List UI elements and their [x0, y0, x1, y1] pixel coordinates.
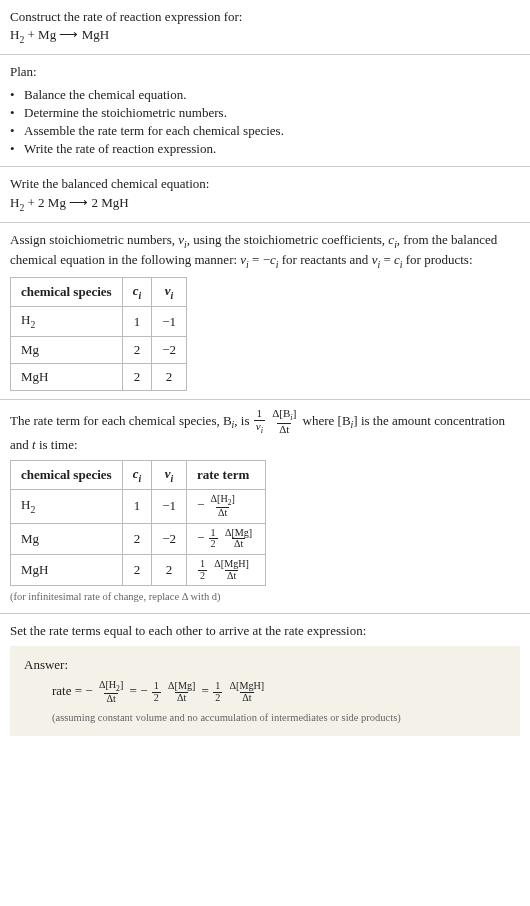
- answer-box: Answer: rate = − Δ[H2]Δt = − 12 Δ[Mg]Δt …: [10, 646, 520, 736]
- table-row: H2 1 −1: [11, 307, 187, 336]
- rate-term-cell: − 12 Δ[Mg]Δt: [186, 523, 265, 554]
- plan-list: •Balance the chemical equation. •Determi…: [10, 86, 520, 159]
- delta-close: ]: [120, 679, 123, 690]
- prompt-title: Construct the rate of reaction expressio…: [10, 8, 520, 26]
- sign: −: [197, 530, 204, 545]
- table-row: Mg 2 −2 − 12 Δ[Mg]Δt: [11, 523, 266, 554]
- rate-term-cell: 12 Δ[MgH]Δt: [186, 554, 265, 585]
- sign: −: [140, 684, 147, 699]
- assign-part: for products:: [402, 252, 472, 267]
- rate-word: rate =: [52, 684, 85, 699]
- rate-intro-part: where [B: [303, 413, 351, 428]
- ci-cell: 2: [122, 554, 152, 585]
- ci-cell: 2: [122, 523, 152, 554]
- i-sub: i: [171, 472, 174, 483]
- frac-num: 1: [213, 681, 222, 692]
- frac-num: 1: [152, 681, 161, 692]
- ci-cell: 1: [122, 490, 152, 524]
- header-section: Construct the rate of reaction expressio…: [0, 0, 530, 54]
- final-heading: Set the rate terms equal to each other t…: [10, 622, 520, 640]
- sign: −: [85, 684, 92, 699]
- col-species: chemical species: [11, 278, 123, 307]
- delta-open: Δ[H: [211, 493, 228, 504]
- frac-num: 1: [209, 528, 218, 539]
- fraction-half: 12: [213, 681, 222, 703]
- assign-part: , using the stoichiometric coefficients,: [187, 232, 389, 247]
- species-cell: MgH: [11, 363, 123, 390]
- rate-intro-text: The rate term for each chemical species,…: [10, 408, 520, 454]
- h2-symbol: H: [10, 195, 19, 210]
- frac-num: Δ[Mg]: [223, 528, 254, 539]
- delta-open: Δ[Mg: [168, 680, 192, 691]
- plan-item-text: Determine the stoichiometric numbers.: [24, 104, 227, 122]
- rate-intro-part: The rate term for each chemical species,…: [10, 413, 232, 428]
- bullet-icon: •: [10, 104, 20, 122]
- table2-footnote: (for infinitesimal rate of change, repla…: [10, 590, 520, 605]
- frac-den: 2: [209, 538, 218, 550]
- plan-title: Plan:: [10, 63, 520, 81]
- plan-item-text: Balance the chemical equation.: [24, 86, 186, 104]
- balanced-rest: + 2 Mg ⟶ 2 MgH: [24, 195, 128, 210]
- species-cell: H2: [11, 490, 123, 524]
- frac-num: Δ[MgH]: [212, 559, 251, 570]
- rate-term-cell: − Δ[H2]Δt: [186, 490, 265, 524]
- delta-close: ]: [261, 680, 264, 691]
- fraction: Δ[Mg]Δt: [223, 528, 254, 550]
- delta-open: Δ[MgH: [214, 558, 245, 569]
- table-row: MgH 2 2: [11, 363, 187, 390]
- fraction: Δ[Mg]Δt: [166, 681, 197, 703]
- frac-num: Δ[H2]: [209, 494, 237, 507]
- assign-part: =: [380, 252, 394, 267]
- unbalanced-equation: H2 + Mg ⟶ MgH: [10, 26, 520, 46]
- delta-close: ]: [249, 527, 252, 538]
- rate-expression: rate = − Δ[H2]Δt = − 12 Δ[Mg]Δt = 12 Δ[M…: [52, 680, 506, 705]
- frac-den: Δt: [175, 692, 188, 704]
- equals: =: [202, 684, 213, 699]
- frac-num: Δ[Mg]: [166, 681, 197, 692]
- balanced-heading: Write the balanced chemical equation:: [10, 175, 520, 193]
- assign-text: Assign stoichiometric numbers, νi, using…: [10, 231, 520, 271]
- h2-symbol: H: [10, 27, 19, 42]
- table-row: chemical species ci νi: [11, 278, 187, 307]
- assumption-note: (assuming constant volume and no accumul…: [52, 711, 506, 726]
- nui-cell: −1: [152, 307, 187, 336]
- species-cell: MgH: [11, 554, 123, 585]
- assign-part: for reactants and: [279, 252, 372, 267]
- balanced-equation: H2 + 2 Mg ⟶ 2 MgH: [10, 194, 520, 214]
- list-item: •Balance the chemical equation.: [10, 86, 520, 104]
- final-section: Set the rate terms equal to each other t…: [0, 614, 530, 744]
- rate-intro-part: is time:: [36, 437, 78, 452]
- stoich-table: chemical species ci νi H2 1 −1 Mg 2 −2 M…: [10, 277, 187, 391]
- species-sub: 2: [30, 319, 35, 330]
- species-cell: Mg: [11, 523, 123, 554]
- col-ci: ci: [122, 278, 152, 307]
- plan-item-text: Assemble the rate term for each chemical…: [24, 122, 284, 140]
- fraction-dB-dt: Δ[Bi]Δt: [270, 408, 298, 435]
- table-row: chemical species ci νi rate term: [11, 460, 266, 489]
- plan-section: Plan: •Balance the chemical equation. •D…: [0, 55, 530, 166]
- i-sub: i: [261, 426, 263, 435]
- delta-close: ]: [232, 493, 235, 504]
- frac-num: Δ[Bi]: [270, 408, 298, 423]
- species-text: H: [21, 497, 30, 512]
- col-ci: ci: [122, 460, 152, 489]
- species-text: H: [21, 312, 30, 327]
- answer-label: Answer:: [24, 656, 506, 674]
- rate-term-section: The rate term for each chemical species,…: [0, 400, 530, 613]
- delta-b: Δ[B: [272, 407, 290, 419]
- sign: −: [197, 497, 204, 512]
- delta-open: Δ[MgH: [230, 680, 261, 691]
- col-species: chemical species: [11, 460, 123, 489]
- ci-cell: 2: [122, 363, 152, 390]
- bullet-icon: •: [10, 140, 20, 158]
- frac-den: Δt: [232, 538, 245, 550]
- assign-part: Assign stoichiometric numbers,: [10, 232, 178, 247]
- delta-open: Δ[H: [99, 679, 116, 690]
- delta-open: Δ[Mg: [225, 527, 249, 538]
- frac-num: Δ[MgH]: [228, 681, 267, 692]
- nui-cell: −2: [152, 336, 187, 363]
- species-sub: 2: [30, 504, 35, 515]
- frac-den: Δt: [277, 423, 291, 436]
- eqn-rest: + Mg ⟶ MgH: [24, 27, 109, 42]
- fraction-half: 12: [209, 528, 218, 550]
